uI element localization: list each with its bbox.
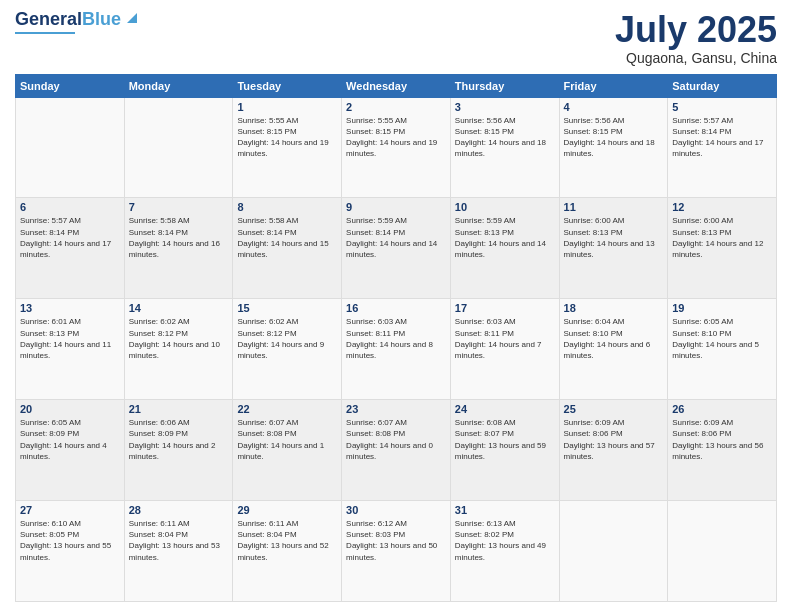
weekday-header-row: SundayMondayTuesdayWednesdayThursdayFrid… xyxy=(16,74,777,97)
page: GeneralBlue July 2025 Qugaona, Gansu, Ch… xyxy=(0,0,792,612)
day-info: Sunrise: 6:03 AM Sunset: 8:11 PM Dayligh… xyxy=(455,316,555,361)
day-info: Sunrise: 5:57 AM Sunset: 8:14 PM Dayligh… xyxy=(20,215,120,260)
calendar-cell xyxy=(559,501,668,602)
weekday-header-friday: Friday xyxy=(559,74,668,97)
svg-marker-0 xyxy=(127,13,137,23)
calendar-cell: 5Sunrise: 5:57 AM Sunset: 8:14 PM Daylig… xyxy=(668,97,777,198)
calendar-cell: 4Sunrise: 5:56 AM Sunset: 8:15 PM Daylig… xyxy=(559,97,668,198)
calendar-cell: 24Sunrise: 6:08 AM Sunset: 8:07 PM Dayli… xyxy=(450,400,559,501)
calendar-cell: 10Sunrise: 5:59 AM Sunset: 8:13 PM Dayli… xyxy=(450,198,559,299)
day-info: Sunrise: 5:58 AM Sunset: 8:14 PM Dayligh… xyxy=(129,215,229,260)
day-number: 7 xyxy=(129,201,229,213)
calendar-cell: 19Sunrise: 6:05 AM Sunset: 8:10 PM Dayli… xyxy=(668,299,777,400)
calendar-table: SundayMondayTuesdayWednesdayThursdayFrid… xyxy=(15,74,777,602)
day-number: 13 xyxy=(20,302,120,314)
day-number: 4 xyxy=(564,101,664,113)
day-number: 20 xyxy=(20,403,120,415)
calendar-week-row: 1Sunrise: 5:55 AM Sunset: 8:15 PM Daylig… xyxy=(16,97,777,198)
day-info: Sunrise: 6:04 AM Sunset: 8:10 PM Dayligh… xyxy=(564,316,664,361)
day-info: Sunrise: 5:58 AM Sunset: 8:14 PM Dayligh… xyxy=(237,215,337,260)
day-info: Sunrise: 6:08 AM Sunset: 8:07 PM Dayligh… xyxy=(455,417,555,462)
month-title: July 2025 xyxy=(615,10,777,50)
calendar-week-row: 27Sunrise: 6:10 AM Sunset: 8:05 PM Dayli… xyxy=(16,501,777,602)
day-info: Sunrise: 6:00 AM Sunset: 8:13 PM Dayligh… xyxy=(564,215,664,260)
calendar-cell: 1Sunrise: 5:55 AM Sunset: 8:15 PM Daylig… xyxy=(233,97,342,198)
calendar-cell: 16Sunrise: 6:03 AM Sunset: 8:11 PM Dayli… xyxy=(342,299,451,400)
calendar-cell: 26Sunrise: 6:09 AM Sunset: 8:06 PM Dayli… xyxy=(668,400,777,501)
logo-text: GeneralBlue xyxy=(15,10,121,30)
day-info: Sunrise: 6:00 AM Sunset: 8:13 PM Dayligh… xyxy=(672,215,772,260)
calendar-cell: 31Sunrise: 6:13 AM Sunset: 8:02 PM Dayli… xyxy=(450,501,559,602)
calendar-cell: 23Sunrise: 6:07 AM Sunset: 8:08 PM Dayli… xyxy=(342,400,451,501)
day-info: Sunrise: 6:13 AM Sunset: 8:02 PM Dayligh… xyxy=(455,518,555,563)
day-number: 9 xyxy=(346,201,446,213)
day-number: 23 xyxy=(346,403,446,415)
weekday-header-thursday: Thursday xyxy=(450,74,559,97)
day-info: Sunrise: 6:01 AM Sunset: 8:13 PM Dayligh… xyxy=(20,316,120,361)
calendar-week-row: 6Sunrise: 5:57 AM Sunset: 8:14 PM Daylig… xyxy=(16,198,777,299)
calendar-cell: 28Sunrise: 6:11 AM Sunset: 8:04 PM Dayli… xyxy=(124,501,233,602)
calendar-week-row: 13Sunrise: 6:01 AM Sunset: 8:13 PM Dayli… xyxy=(16,299,777,400)
location: Qugaona, Gansu, China xyxy=(615,50,777,66)
day-number: 19 xyxy=(672,302,772,314)
day-info: Sunrise: 5:57 AM Sunset: 8:14 PM Dayligh… xyxy=(672,115,772,160)
header: GeneralBlue July 2025 Qugaona, Gansu, Ch… xyxy=(15,10,777,66)
day-number: 6 xyxy=(20,201,120,213)
day-number: 24 xyxy=(455,403,555,415)
calendar-cell: 12Sunrise: 6:00 AM Sunset: 8:13 PM Dayli… xyxy=(668,198,777,299)
day-info: Sunrise: 6:06 AM Sunset: 8:09 PM Dayligh… xyxy=(129,417,229,462)
day-number: 21 xyxy=(129,403,229,415)
day-info: Sunrise: 6:05 AM Sunset: 8:09 PM Dayligh… xyxy=(20,417,120,462)
calendar-cell: 22Sunrise: 6:07 AM Sunset: 8:08 PM Dayli… xyxy=(233,400,342,501)
day-number: 31 xyxy=(455,504,555,516)
day-info: Sunrise: 6:02 AM Sunset: 8:12 PM Dayligh… xyxy=(237,316,337,361)
day-number: 26 xyxy=(672,403,772,415)
calendar-week-row: 20Sunrise: 6:05 AM Sunset: 8:09 PM Dayli… xyxy=(16,400,777,501)
day-number: 25 xyxy=(564,403,664,415)
day-info: Sunrise: 6:11 AM Sunset: 8:04 PM Dayligh… xyxy=(237,518,337,563)
weekday-header-sunday: Sunday xyxy=(16,74,125,97)
day-info: Sunrise: 5:55 AM Sunset: 8:15 PM Dayligh… xyxy=(237,115,337,160)
day-number: 17 xyxy=(455,302,555,314)
day-number: 30 xyxy=(346,504,446,516)
day-info: Sunrise: 6:09 AM Sunset: 8:06 PM Dayligh… xyxy=(672,417,772,462)
calendar-cell: 7Sunrise: 5:58 AM Sunset: 8:14 PM Daylig… xyxy=(124,198,233,299)
day-number: 3 xyxy=(455,101,555,113)
day-number: 15 xyxy=(237,302,337,314)
calendar-cell xyxy=(124,97,233,198)
day-info: Sunrise: 5:55 AM Sunset: 8:15 PM Dayligh… xyxy=(346,115,446,160)
calendar-cell: 20Sunrise: 6:05 AM Sunset: 8:09 PM Dayli… xyxy=(16,400,125,501)
calendar-cell: 2Sunrise: 5:55 AM Sunset: 8:15 PM Daylig… xyxy=(342,97,451,198)
calendar-cell: 6Sunrise: 5:57 AM Sunset: 8:14 PM Daylig… xyxy=(16,198,125,299)
calendar-cell: 11Sunrise: 6:00 AM Sunset: 8:13 PM Dayli… xyxy=(559,198,668,299)
calendar-cell: 17Sunrise: 6:03 AM Sunset: 8:11 PM Dayli… xyxy=(450,299,559,400)
calendar-cell: 3Sunrise: 5:56 AM Sunset: 8:15 PM Daylig… xyxy=(450,97,559,198)
weekday-header-monday: Monday xyxy=(124,74,233,97)
day-number: 12 xyxy=(672,201,772,213)
day-number: 18 xyxy=(564,302,664,314)
calendar-cell: 13Sunrise: 6:01 AM Sunset: 8:13 PM Dayli… xyxy=(16,299,125,400)
day-info: Sunrise: 5:59 AM Sunset: 8:14 PM Dayligh… xyxy=(346,215,446,260)
calendar-cell: 27Sunrise: 6:10 AM Sunset: 8:05 PM Dayli… xyxy=(16,501,125,602)
day-number: 29 xyxy=(237,504,337,516)
calendar-cell: 29Sunrise: 6:11 AM Sunset: 8:04 PM Dayli… xyxy=(233,501,342,602)
day-info: Sunrise: 6:02 AM Sunset: 8:12 PM Dayligh… xyxy=(129,316,229,361)
day-number: 10 xyxy=(455,201,555,213)
day-info: Sunrise: 5:56 AM Sunset: 8:15 PM Dayligh… xyxy=(564,115,664,160)
calendar-cell: 14Sunrise: 6:02 AM Sunset: 8:12 PM Dayli… xyxy=(124,299,233,400)
calendar-cell: 18Sunrise: 6:04 AM Sunset: 8:10 PM Dayli… xyxy=(559,299,668,400)
day-info: Sunrise: 6:09 AM Sunset: 8:06 PM Dayligh… xyxy=(564,417,664,462)
day-number: 2 xyxy=(346,101,446,113)
day-info: Sunrise: 6:07 AM Sunset: 8:08 PM Dayligh… xyxy=(237,417,337,462)
day-number: 14 xyxy=(129,302,229,314)
day-info: Sunrise: 6:10 AM Sunset: 8:05 PM Dayligh… xyxy=(20,518,120,563)
day-info: Sunrise: 5:56 AM Sunset: 8:15 PM Dayligh… xyxy=(455,115,555,160)
day-number: 1 xyxy=(237,101,337,113)
day-number: 11 xyxy=(564,201,664,213)
day-number: 16 xyxy=(346,302,446,314)
logo-underline xyxy=(15,32,75,34)
day-number: 5 xyxy=(672,101,772,113)
day-info: Sunrise: 6:07 AM Sunset: 8:08 PM Dayligh… xyxy=(346,417,446,462)
day-info: Sunrise: 6:12 AM Sunset: 8:03 PM Dayligh… xyxy=(346,518,446,563)
logo: GeneralBlue xyxy=(15,10,141,34)
